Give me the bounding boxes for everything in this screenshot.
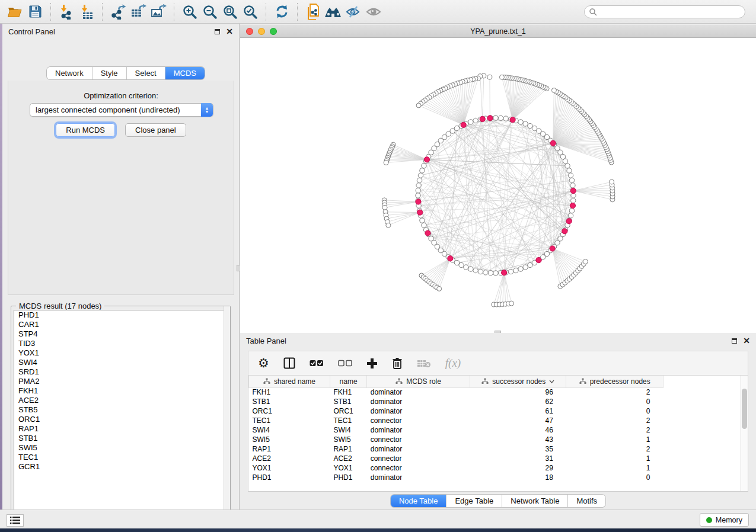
task-history-button[interactable] xyxy=(7,514,24,527)
table-row[interactable]: YOX1 YOX1 connector 29 1 xyxy=(249,463,664,473)
deselect-all-icon[interactable] xyxy=(338,360,352,367)
cell-successor-nodes: 43 xyxy=(470,435,566,444)
zoom-out-button[interactable] xyxy=(200,2,220,21)
table-row[interactable]: SWI5 SWI5 connector 43 1 xyxy=(249,435,664,444)
mcds-result-item[interactable]: FKH1 xyxy=(14,386,227,396)
network-canvas[interactable] xyxy=(240,38,756,332)
mcds-result-item[interactable]: PHD1 xyxy=(14,310,227,320)
tab-mcds[interactable]: MCDS xyxy=(165,67,205,79)
tab-network-table[interactable]: Network Table xyxy=(502,495,568,507)
table-row[interactable]: STB1 STB1 dominator 62 0 xyxy=(249,397,664,406)
column-header-successor-nodes[interactable]: successor nodes xyxy=(470,376,566,387)
close-panel-icon[interactable]: ✕ xyxy=(226,28,233,34)
zoom-fit-button[interactable] xyxy=(220,2,240,21)
mcds-result-item[interactable]: STB5 xyxy=(14,405,227,415)
select-all-icon[interactable] xyxy=(310,360,324,367)
cell-name: YOX1 xyxy=(330,463,366,473)
zoom-selected-button[interactable] xyxy=(240,2,260,21)
add-icon[interactable] xyxy=(366,358,378,369)
import-table-button[interactable] xyxy=(76,2,97,21)
hide-selected-button[interactable] xyxy=(343,2,363,21)
table-row[interactable]: SWI4 SWI4 dominator 46 2 xyxy=(249,425,664,435)
mcds-result-item[interactable]: TEC1 xyxy=(14,453,227,462)
cell-name: TEC1 xyxy=(330,416,366,425)
attribute-icon xyxy=(395,378,403,384)
columns-icon[interactable] xyxy=(283,357,295,369)
cell-mcds-role: connector xyxy=(367,463,470,473)
close-panel-button[interactable]: Close panel xyxy=(125,123,186,137)
dropdown-stepper-icon: ▲▼ xyxy=(201,103,213,117)
mcds-result-item[interactable]: YOX1 xyxy=(14,348,227,358)
mcds-result-item[interactable]: PMA2 xyxy=(14,377,227,386)
cell-successor-nodes: 18 xyxy=(470,473,566,482)
export-image-button[interactable] xyxy=(148,2,168,21)
mcds-result-item[interactable]: SWI5 xyxy=(14,443,227,453)
list-icon xyxy=(10,517,20,524)
mcds-list-scrollbar[interactable] xyxy=(224,306,230,518)
table-row[interactable]: RAP1 RAP1 dominator 35 2 xyxy=(249,444,664,454)
save-session-icon xyxy=(28,5,42,18)
float-panel-icon[interactable] xyxy=(215,29,220,34)
zoom-in-button[interactable] xyxy=(180,2,200,21)
zoom-in-icon xyxy=(182,4,197,20)
mcds-result-list[interactable]: PHD1 CAR1 STP4 TID3 YOX1 SWI4 SRD1 PMA2 … xyxy=(14,310,228,516)
table-scrollbar[interactable] xyxy=(741,376,748,491)
mcds-result-item[interactable]: RAP1 xyxy=(14,424,227,434)
table-row[interactable]: TEC1 TEC1 connector 47 2 xyxy=(249,416,664,425)
network-graph[interactable] xyxy=(240,38,756,332)
tab-edge-table[interactable]: Edge Table xyxy=(446,495,502,507)
optimization-criterion-dropdown[interactable]: largest connected component (undirected)… xyxy=(30,103,213,117)
tab-style[interactable]: Style xyxy=(92,67,127,79)
mcds-result-item[interactable]: SRD1 xyxy=(14,367,227,377)
cell-name: FKH1 xyxy=(330,387,366,397)
column-header-predecessor-nodes[interactable]: predecessor nodes xyxy=(566,376,664,387)
tab-select[interactable]: Select xyxy=(127,67,165,79)
float-panel-icon[interactable] xyxy=(732,338,737,344)
cell-shared-name: YOX1 xyxy=(249,463,330,473)
column-header-mcds-role[interactable]: MCDS role xyxy=(367,376,470,387)
show-all-button[interactable] xyxy=(363,2,384,21)
tab-motifs[interactable]: Motifs xyxy=(568,495,605,507)
delete-icon[interactable] xyxy=(392,357,403,369)
toolbar-separator xyxy=(174,3,174,21)
table-scrollbar-thumb[interactable] xyxy=(742,389,747,429)
save-session-button[interactable] xyxy=(25,2,45,21)
column-header-shared-name[interactable]: shared name xyxy=(249,376,330,387)
tab-network[interactable]: Network xyxy=(47,67,92,79)
memory-status-icon xyxy=(706,517,712,523)
desktop-wallpaper xyxy=(0,528,756,532)
cell-name: ACE2 xyxy=(330,454,366,463)
refresh-layout-button[interactable] xyxy=(272,2,292,21)
first-neighbors-button[interactable] xyxy=(323,2,343,21)
open-file-button[interactable] xyxy=(5,2,25,21)
mcds-result-item[interactable]: CAR1 xyxy=(14,320,227,329)
mcds-result-item[interactable]: TID3 xyxy=(14,339,227,348)
cell-mcds-role: dominator xyxy=(367,473,470,482)
mcds-result-item[interactable]: ORC1 xyxy=(14,415,227,424)
attribute-icon xyxy=(481,378,489,384)
gear-icon[interactable]: ⚙ xyxy=(258,356,269,370)
table-row[interactable]: FKH1 FKH1 dominator 96 2 xyxy=(249,387,664,397)
table-row[interactable]: PHD1 PHD1 dominator 18 0 xyxy=(249,473,664,482)
control-panel-titlebar: Control Panel ✕ xyxy=(2,24,239,39)
close-panel-icon[interactable]: ✕ xyxy=(743,338,750,344)
table-body: FKH1 FKH1 dominator 96 2 STB1 STB1 domin… xyxy=(249,387,664,482)
search-input[interactable] xyxy=(584,5,745,18)
mcds-result-item[interactable]: GCR1 xyxy=(14,462,227,472)
memory-button[interactable]: Memory xyxy=(700,513,749,527)
export-table-button[interactable] xyxy=(128,2,148,21)
tab-node-table[interactable]: Node Table xyxy=(391,495,447,507)
export-network-button[interactable] xyxy=(108,2,128,21)
import-network-button[interactable] xyxy=(56,2,76,21)
column-header-name[interactable]: name xyxy=(330,376,366,387)
mcds-result-item[interactable]: STB1 xyxy=(14,434,227,443)
control-panel-tabs: Network Style Select MCDS xyxy=(47,67,205,79)
mcds-result-item[interactable]: ACE2 xyxy=(14,396,227,405)
table-row[interactable]: ORC1 ORC1 dominator 61 0 xyxy=(249,406,664,416)
run-mcds-button[interactable]: Run MCDS xyxy=(56,123,115,137)
new-network-from-selection-button[interactable] xyxy=(303,2,323,21)
mcds-result-item[interactable]: STP4 xyxy=(14,329,227,339)
mcds-result-item[interactable]: SWI4 xyxy=(14,358,227,367)
table-row[interactable]: ACE2 ACE2 connector 31 1 xyxy=(249,454,664,463)
cell-shared-name: ORC1 xyxy=(249,406,330,416)
